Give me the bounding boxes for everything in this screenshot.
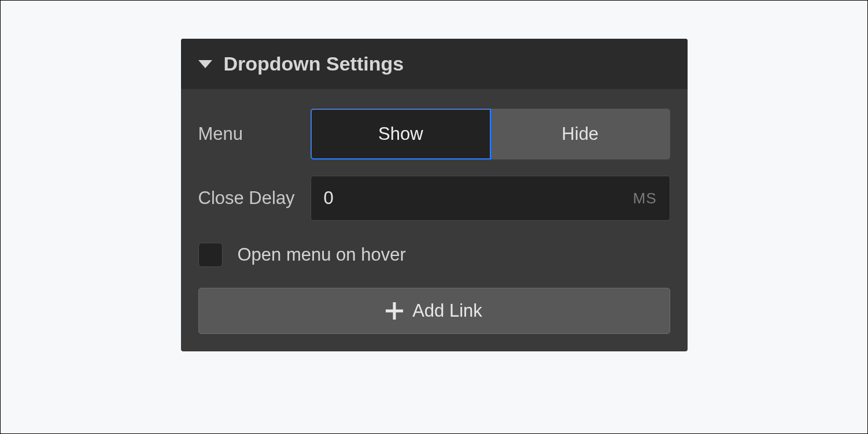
- add-link-button[interactable]: Add Link: [198, 288, 670, 334]
- close-delay-input[interactable]: [324, 188, 633, 209]
- dropdown-settings-panel: Dropdown Settings Menu Show Hide Close D…: [181, 39, 688, 351]
- close-delay-input-wrap: MS: [311, 176, 670, 221]
- panel-body: Menu Show Hide Close Delay MS Open menu …: [181, 89, 688, 351]
- menu-row: Menu Show Hide: [198, 109, 670, 159]
- chevron-down-icon: [198, 60, 212, 68]
- panel-title: Dropdown Settings: [224, 53, 404, 75]
- panel-header[interactable]: Dropdown Settings: [181, 39, 688, 89]
- open-on-hover-checkbox[interactable]: [198, 243, 223, 267]
- plus-icon: [386, 302, 403, 320]
- close-delay-row: Close Delay MS: [198, 176, 670, 221]
- menu-label: Menu: [198, 123, 306, 146]
- menu-show-button[interactable]: Show: [311, 109, 492, 159]
- add-link-label: Add Link: [412, 301, 482, 321]
- close-delay-label: Close Delay: [198, 187, 306, 210]
- hover-row: Open menu on hover: [198, 237, 670, 272]
- menu-toggle-group: Show Hide: [311, 109, 670, 159]
- open-on-hover-label: Open menu on hover: [238, 244, 406, 265]
- menu-hide-button[interactable]: Hide: [491, 109, 670, 159]
- close-delay-unit: MS: [633, 190, 657, 207]
